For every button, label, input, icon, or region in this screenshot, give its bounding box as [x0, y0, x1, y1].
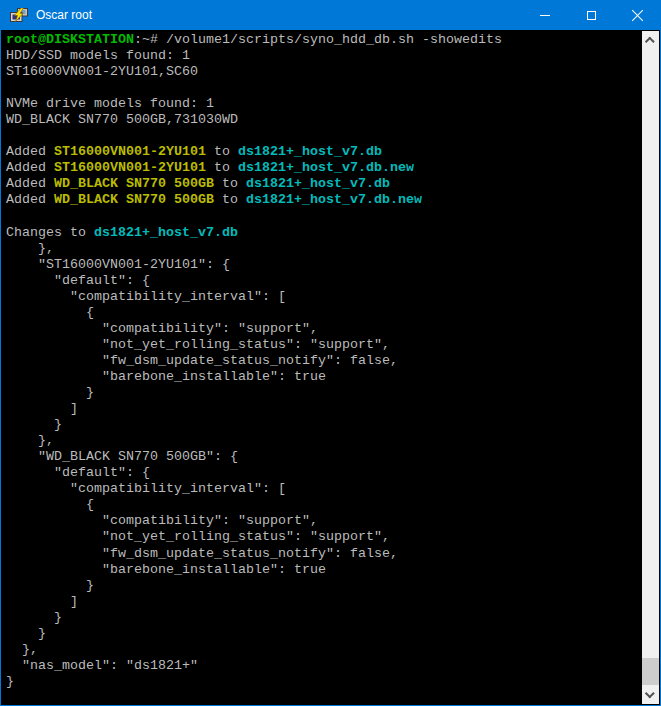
terminal-line: "barebone_installable": true [6, 562, 642, 578]
terminal-line: "nas_model": "ds1821+" [6, 658, 642, 674]
terminal-line: WD_BLACK SN770 500GB,731030WD [6, 112, 642, 128]
terminal-line [6, 80, 642, 96]
terminal-line: } [6, 385, 642, 401]
terminal-line: } [6, 417, 642, 433]
terminal-line: }, [6, 642, 642, 658]
scrollbar-thumb[interactable] [642, 658, 659, 685]
terminal-line: "ST16000VN001-2YU101": { [6, 257, 642, 273]
terminal-line: ST16000VN001-2YU101,SC60 [6, 64, 642, 80]
minimize-icon [540, 15, 550, 16]
terminal-line: Added WD_BLACK SN770 500GB to ds1821+_ho… [6, 192, 642, 208]
scroll-up-button[interactable] [642, 31, 659, 48]
maximize-button[interactable] [568, 1, 614, 30]
terminal-line [6, 128, 642, 144]
terminal-line: "compatibility": "support", [6, 321, 642, 337]
minimize-button[interactable] [522, 1, 568, 30]
terminal-line: "WD_BLACK SN770 500GB": { [6, 449, 642, 465]
terminal-output[interactable]: root@DISKSTATION:~# /volume1/scripts/syn… [2, 31, 642, 704]
terminal-line: "default": { [6, 273, 642, 289]
terminal-line: } [6, 626, 642, 642]
terminal-line: Added ST16000VN001-2YU101 to ds1821+_hos… [6, 144, 642, 160]
terminal-line: Changes to ds1821+_host_v7.db [6, 225, 642, 241]
close-button[interactable] [614, 1, 660, 30]
terminal-line: NVMe drive models found: 1 [6, 96, 642, 112]
chevron-down-icon [645, 688, 655, 698]
terminal-line: } [6, 674, 642, 690]
terminal-line: "compatibility_interval": [ [6, 289, 642, 305]
scrollbar-track[interactable] [642, 31, 659, 704]
terminal-line: "not_yet_rolling_status": "support", [6, 529, 642, 545]
terminal-line: Added WD_BLACK SN770 500GB to ds1821+_ho… [6, 176, 642, 192]
titlebar: Oscar root [1, 1, 660, 30]
terminal-line: { [6, 497, 642, 513]
terminal-line: "not_yet_rolling_status": "support", [6, 337, 642, 353]
terminal-line: } [6, 578, 642, 594]
terminal-line [6, 209, 642, 225]
terminal-line: } [6, 610, 642, 626]
terminal-line: HDD/SSD models found: 1 [6, 48, 642, 64]
terminal-line: "fw_dsm_update_status_notify": false, [6, 546, 642, 562]
terminal-line: }, [6, 241, 642, 257]
scroll-down-button[interactable] [642, 687, 659, 704]
terminal-line: "barebone_installable": true [6, 369, 642, 385]
terminal-line: ] [6, 594, 642, 610]
putty-window: Oscar root root@DISKSTATION:~# /volume1/… [0, 0, 661, 706]
terminal-line: Added ST16000VN001-2YU101 to ds1821+_hos… [6, 160, 642, 176]
terminal-line: "fw_dsm_update_status_notify": false, [6, 353, 642, 369]
terminal-line: "default": { [6, 465, 642, 481]
window-title: Oscar root [36, 1, 92, 30]
terminal-line: ] [6, 401, 642, 417]
terminal-line: "compatibility": "support", [6, 513, 642, 529]
window-controls [522, 1, 660, 30]
terminal-line: root@DISKSTATION:~# /volume1/scripts/syn… [6, 32, 642, 48]
putty-app-icon [10, 8, 28, 24]
close-icon [631, 9, 644, 22]
terminal-line: "compatibility_interval": [ [6, 481, 642, 497]
chevron-up-icon [645, 37, 655, 47]
terminal-line: { [6, 305, 642, 321]
maximize-icon [587, 11, 596, 20]
terminal-line: }, [6, 433, 642, 449]
